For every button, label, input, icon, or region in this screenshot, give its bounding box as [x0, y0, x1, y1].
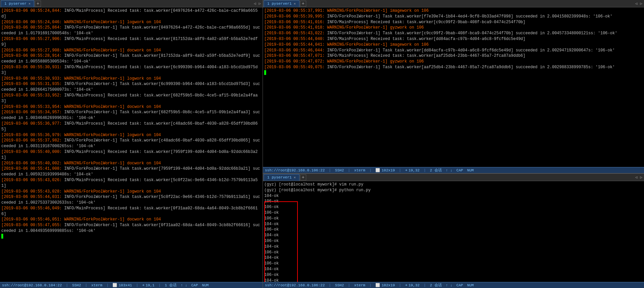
log-line: [2019-03-06 00:55:47,055: INFO/ForkPoolW… [1, 222, 261, 234]
right-bottom-tab-add-button[interactable]: + [300, 174, 306, 180]
output-line: 106-ok [264, 238, 643, 244]
log-line: [2019-03-06 00:55:41,016: INFO/MainProce… [264, 19, 643, 25]
log-line: [2019-03-06 00:55:30,931: INFO/MainProce… [1, 65, 261, 76]
log-line: [2019-03-06 00:55:43,026: INFO/MainProce… [1, 177, 261, 189]
right-bottom-status-terminal: xterm [354, 283, 365, 287]
right-bottom-tab-close-icon[interactable]: ✕ [294, 175, 296, 179]
log-line: [2019-03-06 00:55:40,002: WARNING/ForkPo… [1, 161, 261, 166]
right-top-status-position: ⌖ 19,32 [405, 168, 420, 172]
right-panel: 1 pyserver1 ✕ + ◁ ▷ [2019-03-06 00:55:37… [263, 0, 644, 288]
output-line: 106-ok [264, 272, 643, 278]
output-line: 104-ok [264, 244, 643, 250]
left-panel: 1 pyserver ✕ + ◁ ▷ [2019-03-06 00:55:24,… [0, 0, 263, 288]
log-line: [2019-03-06 00:55:36,979: WARNING/ForkPo… [1, 132, 261, 138]
log-line: [2019-03-06 00:55:33,952: INFO/MainProce… [1, 93, 261, 104]
log-line: [2019-03-06 00:55:46,049: INFO/MainProce… [1, 206, 261, 217]
log-line: [2019-03-06 00:55:44,040: INFO/MainProce… [264, 36, 643, 42]
right-top-status-position-icon: ⌖ [405, 168, 407, 172]
right-top-tab-add-button[interactable]: + [300, 1, 306, 7]
output-line: 104-ok [264, 221, 643, 227]
log-line: [2019-03-06 00:55:37,991: WARNING/ForkPo… [264, 8, 643, 14]
left-status-position-icon: ⌖ [142, 283, 144, 287]
right-top-status-sessions: 2 会话 [430, 168, 442, 173]
right-top-panel: 1 pyserver1 ✕ + ◁ ▷ [2019-03-06 00:55:37… [263, 0, 644, 174]
left-tab-label: 1 pyserver [4, 2, 27, 6]
left-tab-add-button[interactable]: + [35, 1, 41, 7]
left-tab-close-icon[interactable]: ✕ [29, 2, 31, 6]
right-top-tab-nav-prev[interactable]: ◁ [634, 1, 639, 6]
left-status-size: ⬜ 103x41 [112, 283, 132, 287]
right-bottom-tab-label: 1 pyserver1 [267, 175, 292, 179]
output-line: 106-ok [264, 261, 643, 266]
output-line: 104-ok [264, 233, 643, 238]
log-line: ▊ [264, 70, 643, 76]
log-line: [2019-03-06 00:55:41,018: WARNING/ForkPo… [264, 25, 643, 31]
right-top-tab-bar: 1 pyserver1 ✕ + ◁ ▷ [263, 0, 644, 7]
right-bottom-tab-nav-prev[interactable]: ◁ [634, 175, 639, 179]
right-bottom-tab-nav-next[interactable]: ▷ [639, 175, 643, 179]
right-bottom-status-arrows: ↑ ↓ [446, 283, 453, 287]
log-line: [2019-03-06 00:55:31,935: INFO/ForkPoolW… [1, 81, 261, 93]
right-bottom-status-size-icon: ⬜ [375, 283, 380, 287]
right-top-status-protocol: SSH2 [335, 168, 344, 172]
right-top-status-terminal: xterm [354, 168, 365, 172]
right-bottom-status-bar: ssh://root@192.168.0.106:22 | SSH2 | xte… [263, 282, 644, 288]
output-line: 106-ok [264, 204, 643, 210]
output-line: 104-ok [264, 266, 643, 272]
log-line: [2019-03-06 00:55:36,977: INFO/MainProce… [1, 121, 261, 132]
right-top-tab-nav-arrows: ◁ ▷ [634, 1, 643, 6]
output-line: 104-ok [264, 278, 643, 282]
log-line: [2019-03-06 00:55:27,908: WARNING/ForkPo… [1, 48, 261, 53]
log-line: [2019-03-06 00:55:24,844: INFO/MainProce… [1, 8, 261, 19]
log-line: [2019-03-06 00:55:46,044: INFO/ForkPoolW… [264, 48, 643, 53]
log-line: [2019-03-06 00:55:34,957: INFO/ForkPoolW… [1, 110, 261, 121]
right-top-tab-close-icon[interactable]: ✕ [294, 2, 296, 6]
right-bottom-status-num: NUM [467, 283, 474, 287]
left-status-ssh: ssh://root@192.168.0.104:22 [2, 283, 62, 287]
right-bottom-tab-bar: 1 pyserver1 ✕ + ◁ ▷ [263, 174, 644, 181]
right-bottom-tab-pyserver1[interactable]: 1 pyserver1 ✕ [264, 174, 300, 181]
right-bottom-status-sessions: 2 会话 [430, 283, 442, 288]
log-line: [2019-03-06 00:55:47,071: INFO/MainProce… [264, 53, 643, 59]
right-top-status-arrows: ↑ ↓ [446, 168, 453, 172]
log-line: [2019-03-06 00:55:33,954: WARNING/ForkPo… [1, 104, 261, 110]
right-bottom-status-position: ⌖ 19,32 [405, 283, 420, 287]
right-top-status-cap: CAP [456, 168, 463, 172]
left-status-terminal: xterm [91, 283, 102, 287]
right-top-tab-nav-next[interactable]: ▷ [639, 1, 643, 6]
left-terminal-content[interactable]: [2019-03-06 00:55:24,844: INFO/MainProce… [0, 7, 263, 282]
cmd-line: (gyz) [root@localhost mywork]# python ru… [264, 188, 643, 193]
right-top-status-size: ⬜ 102x19 [375, 168, 395, 172]
right-top-status-num: NUM [467, 168, 474, 172]
right-top-terminal-content[interactable]: [2019-03-06 00:55:37,991: WARNING/ForkPo… [263, 7, 644, 167]
right-bottom-panel: 1 pyserver1 ✕ + ◁ ▷ (gyz) [root@localhos… [263, 174, 644, 288]
cmd-line: (gyz) [root@localhost mywork]# vim run.p… [264, 182, 643, 188]
output-line: 104-ok [264, 193, 643, 199]
left-status-cap: CAP [191, 283, 198, 287]
left-status-protocol: SSH2 [72, 283, 81, 287]
right-bottom-content-wrapper: (gyz) [root@localhost mywork]# vim run.p… [263, 181, 644, 282]
right-bottom-terminal-content[interactable]: (gyz) [root@localhost mywork]# vim run.p… [263, 181, 644, 282]
log-line: [2019-03-06 00:55:41,008: INFO/ForkPoolW… [1, 166, 261, 177]
output-line: 106-ok [264, 199, 643, 204]
log-line: [2019-03-06 00:55:43,022: INFO/ForkPoolW… [264, 31, 643, 36]
left-tab-nav-next[interactable]: ▷ [258, 1, 262, 6]
output-line: 104-ok [264, 255, 643, 261]
right-top-status-size-icon: ⬜ [375, 168, 380, 172]
right-bottom-status-protocol: SSH2 [335, 283, 344, 287]
log-line: [2019-03-06 00:55:44,031: INFO/ForkPoolW… [1, 194, 261, 206]
right-bottom-status-position-icon: ⌖ [405, 283, 407, 287]
left-tab-nav-arrows: ◁ ▷ [253, 1, 262, 6]
left-status-num: NUM [202, 283, 209, 287]
output-line: 106-ok [264, 216, 643, 221]
left-tab-nav-prev[interactable]: ◁ [253, 1, 257, 6]
left-status-sessions: 1 会话 [165, 283, 177, 288]
left-tab-pyserver[interactable]: 1 pyserver ✕ [1, 0, 34, 7]
log-line: [2019-03-06 00:55:39,995: INFO/ForkPoolW… [264, 14, 643, 19]
right-top-tab-pyserver1[interactable]: 1 pyserver1 ✕ [264, 0, 300, 7]
output-line: 106-ok [264, 227, 643, 233]
log-line: [2019-03-06 00:55:44,041: WARNING/ForkPo… [264, 42, 643, 48]
log-line: [2019-03-06 00:55:43,028: WARNING/ForkPo… [1, 189, 261, 195]
left-tab-bar: 1 pyserver ✕ + ◁ ▷ [0, 0, 263, 7]
log-line: [2019-03-06 00:55:27,906: INFO/MainProce… [1, 36, 261, 48]
